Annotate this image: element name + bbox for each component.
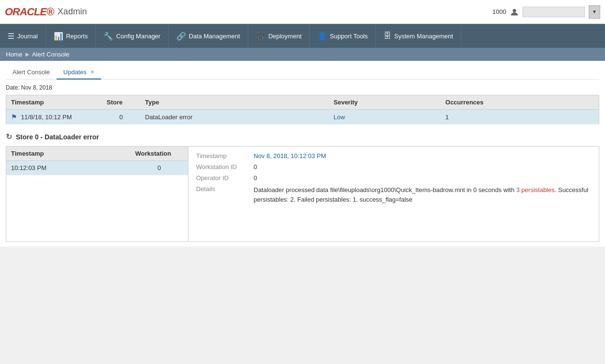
system-management-icon: 🗄 [384,32,391,40]
config-manager-icon: 🔧 [104,32,113,41]
svg-point-0 [512,9,516,12]
breadcrumb-home[interactable]: Home [6,51,23,58]
cell-timestamp-value: 11/8/18, 10:12 PM [21,114,72,121]
tab-updates-label: Updates [63,68,86,76]
support-tools-icon: 👤 [317,32,327,41]
main-table: Timestamp Store Type Severity Occurrence… [6,95,599,125]
nav-item-config-manager[interactable]: 🔧 Config Manager [96,24,169,48]
field-operator-id: Operator ID 0 [196,174,591,182]
detail-section: ↻ Store 0 - DataLoader error Timestamp W… [6,132,599,242]
tabs: Alert Console Updates ✕ [6,66,599,80]
detail-cell-workstation: 0 [130,161,188,175]
detail-header: ↻ Store 0 - DataLoader error [6,132,599,141]
flag-icon: ⚑ [11,113,17,121]
cell-store: 0 [102,110,140,125]
user-icon [510,8,519,16]
tab-updates-close[interactable]: ✕ [90,69,94,75]
detail-title: Store 0 - DataLoader error [16,133,99,141]
nav-label-deployment: Deployment [268,33,302,40]
nav-item-data-management[interactable]: 🔗 Data Management [169,24,248,48]
cell-timestamp: ⚑ 11/8/18, 10:12 PM [6,110,102,125]
table-row[interactable]: ⚑ 11/8/18, 10:12 PM 0 DataLoader error L… [6,110,599,125]
col-header-timestamp: Timestamp [6,95,102,110]
field-operator-id-value: 0 [254,174,591,182]
field-timestamp: Timestamp Nov 8, 2018, 10:12:03 PM [196,152,591,159]
detail-lower: Timestamp Workstation 10:12:03 PM 0 [6,146,599,242]
nav-label-system-management: System Management [394,33,453,40]
detail-left-panel: Timestamp Workstation 10:12:03 PM 0 [6,147,188,241]
field-timestamp-label: Timestamp [196,152,254,159]
detail-table-row[interactable]: 10:12:03 PM 0 [6,161,188,175]
col-header-store: Store [102,95,140,110]
user-search-input[interactable] [523,7,585,17]
nav-label-journal: Journal [17,33,38,40]
nav-label-data-management: Data Management [189,33,240,40]
nav-label-support-tools: Support Tools [330,33,368,40]
cell-severity: Low [329,110,441,125]
data-management-icon: 🔗 [176,32,186,41]
detail-right-panel: Timestamp Nov 8, 2018, 10:12:03 PM Works… [188,147,599,241]
nav-label-config-manager: Config Manager [116,33,161,40]
tab-updates[interactable]: Updates ✕ [57,66,101,80]
breadcrumb: Home ▶ Alert Console [0,48,605,61]
field-details-label: Details [196,185,254,204]
nav-item-reports[interactable]: 📊 Reports [46,24,96,48]
breadcrumb-separator: ▶ [25,51,29,57]
top-bar-right: 1000 ▼ [492,5,600,19]
oracle-text: ORACLE [5,6,47,18]
field-workstation-id-label: Workstation ID [196,163,254,171]
field-details: Details Dataloader processed data file\f… [196,185,591,204]
top-bar: ORACLE® Xadmin 1000 ▼ [0,0,605,24]
nav-bar: ☰ Journal 📊 Reports 🔧 Config Manager 🔗 D… [0,24,605,48]
reports-icon: 📊 [54,32,63,41]
details-text-before: Dataloader processed data file\fileuploa… [254,186,516,193]
app-name: Xadmin [58,7,87,17]
nav-item-system-management[interactable]: 🗄 System Management [376,24,461,48]
field-operator-id-label: Operator ID [196,174,254,182]
field-workstation-id: Workstation ID 0 [196,163,591,171]
detail-col-workstation: Workstation [130,147,188,161]
tab-alert-console-label: Alert Console [12,68,50,76]
cell-type: DataLoader error [140,110,329,125]
col-header-severity: Severity [329,95,441,110]
col-header-occurrences: Occurrences [441,95,599,110]
tab-alert-console[interactable]: Alert Console [6,66,57,80]
nav-item-support-tools[interactable]: 👤 Support Tools [310,24,376,48]
cell-occurrences: 1 [441,110,599,125]
details-highlight: 3 persistables [516,186,555,193]
journal-icon: ☰ [8,32,14,41]
col-header-type: Type [140,95,329,110]
oracle-logo: ORACLE® [5,6,54,18]
detail-col-timestamp: Timestamp [6,147,130,161]
nav-item-journal[interactable]: ☰ Journal [0,24,46,48]
deployment-icon: 🎧 [256,32,266,41]
detail-cell-timestamp: 10:12:03 PM [6,161,130,175]
breadcrumb-current: Alert Console [32,51,70,58]
field-details-value: Dataloader processed data file\fileuploa… [254,185,591,204]
content-area: Alert Console Updates ✕ Date: Nov 8, 201… [0,61,605,247]
nav-label-reports: Reports [66,33,88,40]
user-id: 1000 [492,8,506,15]
refresh-icon[interactable]: ↻ [6,132,12,141]
dropdown-button[interactable]: ▼ [589,5,600,19]
severity-value: Low [334,114,345,121]
top-bar-left: ORACLE® Xadmin [5,6,87,18]
field-timestamp-value: Nov 8, 2018, 10:12:03 PM [254,152,591,159]
nav-item-deployment[interactable]: 🎧 Deployment [248,24,310,48]
field-workstation-id-value: 0 [254,163,591,171]
date-label: Date: Nov 8, 2018 [6,84,599,91]
